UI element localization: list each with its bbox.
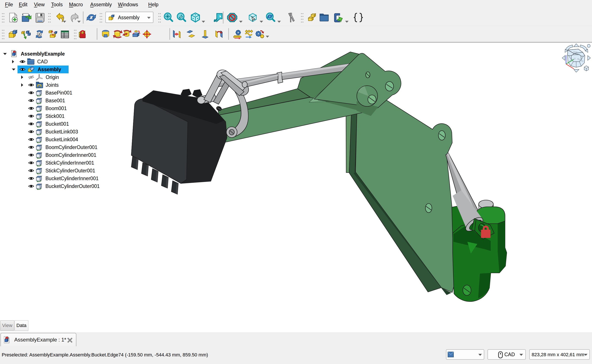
svg-text:BucketCylinderInner001: BucketCylinderInner001: [46, 176, 99, 181]
svg-text:Origin: Origin: [46, 74, 59, 80]
svg-text:Stick001: Stick001: [46, 113, 65, 119]
svg-text:AssemblyExample: AssemblyExample: [21, 51, 65, 57]
svg-text:Bucket001: Bucket001: [46, 121, 69, 127]
svg-text:BucketCylinderOuter001: BucketCylinderOuter001: [46, 183, 100, 189]
svg-text:BoomCylinderInner001: BoomCylinderInner001: [46, 152, 96, 158]
svg-text:BasePin001: BasePin001: [46, 90, 72, 96]
svg-text:CAD: CAD: [37, 59, 48, 65]
svg-text:BucketLink004: BucketLink004: [46, 137, 78, 142]
svg-text:StickCylinderInner001: StickCylinderInner001: [46, 160, 94, 166]
svg-text:Assembly: Assembly: [38, 67, 61, 72]
svg-text:Joints: Joints: [46, 82, 59, 88]
svg-text:BucketLink003: BucketLink003: [46, 129, 78, 135]
svg-text:StickCylinderOuter001: StickCylinderOuter001: [46, 168, 95, 174]
svg-text:BoomCylinderOuter001: BoomCylinderOuter001: [46, 144, 97, 150]
svg-text:Base001: Base001: [46, 98, 65, 103]
svg-text:Boom001: Boom001: [46, 105, 67, 111]
